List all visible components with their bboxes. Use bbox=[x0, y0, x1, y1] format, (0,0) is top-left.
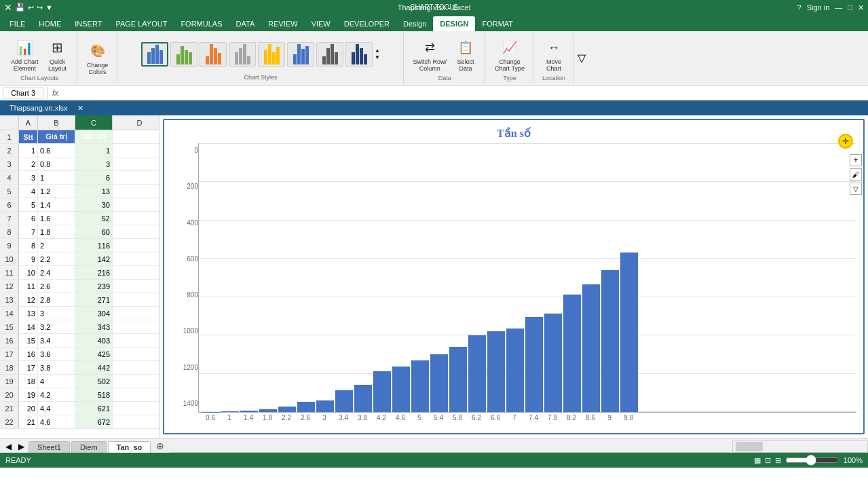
chart-bar[interactable] bbox=[468, 335, 486, 412]
sign-in-label[interactable]: Sign in bbox=[807, 3, 830, 12]
chart-bar[interactable] bbox=[240, 411, 258, 412]
y-label-200: 200 bbox=[171, 183, 198, 190]
chart-resize-handle[interactable]: ✛ bbox=[838, 134, 853, 149]
chart-style-8[interactable] bbox=[345, 42, 373, 67]
tab-view[interactable]: VIEW bbox=[305, 16, 337, 31]
sheet-tab-tan-so[interactable]: Tan_so bbox=[108, 441, 151, 453]
tab-review[interactable]: REVIEW bbox=[261, 16, 304, 31]
ribbon-expand-button[interactable]: ▽ bbox=[575, 33, 588, 83]
change-colors-button[interactable]: 🎨 ChangeColors bbox=[84, 39, 111, 77]
cell-1d[interactable] bbox=[113, 130, 159, 144]
chart-style-4[interactable] bbox=[229, 42, 256, 67]
tab-design[interactable]: DESIGN bbox=[433, 16, 475, 31]
formula-input[interactable] bbox=[61, 89, 865, 97]
chart-bar[interactable] bbox=[525, 317, 543, 412]
header-stt[interactable]: Stt bbox=[19, 130, 38, 144]
tab-design-lower[interactable]: Design bbox=[396, 16, 433, 31]
normal-view-icon[interactable]: ▦ bbox=[754, 456, 761, 465]
tab-formulas[interactable]: FORMULAS bbox=[174, 16, 229, 31]
cell-2d[interactable] bbox=[113, 144, 159, 157]
tab-file[interactable]: FILE bbox=[3, 16, 32, 31]
chart-style-6[interactable] bbox=[287, 42, 314, 67]
chart-bar[interactable] bbox=[582, 284, 600, 412]
workbook-tab[interactable]: Thapsang.vn.xlsx bbox=[5, 102, 72, 113]
chart-elements-button[interactable]: + bbox=[850, 154, 862, 166]
chart-bar[interactable] bbox=[392, 367, 410, 412]
quick-access-save[interactable]: 💾 bbox=[15, 3, 25, 12]
maximize-button[interactable]: □ bbox=[848, 3, 852, 12]
tab-page-layout[interactable]: PAGE LAYOUT bbox=[109, 16, 174, 31]
close-button[interactable]: ✕ bbox=[858, 3, 864, 12]
chart-style-7[interactable] bbox=[316, 42, 343, 67]
chart-style-1[interactable] bbox=[141, 42, 168, 67]
ribbon-group-data: ⇄ Switch Row/Column 📋 SelectData Data bbox=[405, 33, 486, 83]
move-chart-button[interactable]: ↔ MoveChart bbox=[540, 35, 567, 73]
help-icon[interactable]: ? bbox=[797, 3, 801, 12]
tab-developer[interactable]: DEVELOPER bbox=[337, 16, 396, 31]
chart-bar[interactable] bbox=[297, 402, 315, 412]
chart-bar[interactable] bbox=[335, 390, 353, 412]
chart-style-3[interactable] bbox=[200, 42, 227, 67]
add-sheet-button[interactable]: ⊕ bbox=[152, 439, 168, 453]
chart-area[interactable]: Tần số ✛ + 🖌 ▽ 1400 1200 1000 800 600 40… bbox=[163, 119, 865, 434]
chart-bar[interactable] bbox=[411, 360, 429, 412]
col-header-d[interactable]: D bbox=[113, 115, 159, 130]
scroll-right-tab[interactable]: ▶ bbox=[16, 440, 27, 453]
chart-bar[interactable] bbox=[430, 354, 448, 412]
quick-access-more[interactable]: ▼ bbox=[45, 3, 53, 12]
tab-home[interactable]: HOME bbox=[32, 16, 68, 31]
chart-style-2[interactable] bbox=[170, 42, 197, 67]
col-header-a[interactable]: A bbox=[19, 115, 38, 130]
name-box[interactable] bbox=[3, 88, 43, 98]
tab-data[interactable]: DATA bbox=[229, 16, 262, 31]
select-data-button[interactable]: 📋 SelectData bbox=[452, 35, 479, 73]
cell-2b[interactable]: 0.6 bbox=[38, 144, 75, 157]
chart-bar[interactable] bbox=[620, 252, 638, 412]
chart-styles-button[interactable]: 🖌 bbox=[850, 168, 862, 181]
quick-layout-button[interactable]: ⊞ QuickLayout bbox=[44, 35, 71, 73]
zoom-slider[interactable] bbox=[785, 455, 839, 466]
chart-styles-scroll[interactable]: ▲ ▼ bbox=[375, 48, 380, 60]
quick-access-redo[interactable]: ↪ bbox=[37, 3, 43, 12]
header-gia-tri[interactable]: Giá trị bbox=[38, 130, 75, 144]
title-right-icons: ? Sign in — □ ✕ bbox=[797, 3, 864, 12]
chart-bar[interactable] bbox=[259, 409, 277, 412]
quick-access-undo[interactable]: ↩ bbox=[28, 3, 34, 12]
sheet-tab-sheet1[interactable]: Sheet1 bbox=[29, 441, 70, 453]
y-label-0: 0 bbox=[171, 147, 198, 154]
page-break-icon[interactable]: ⊞ bbox=[775, 456, 781, 465]
chart-bar[interactable] bbox=[449, 347, 467, 412]
col-header-c[interactable]: C bbox=[75, 115, 113, 130]
col-header-b[interactable]: B bbox=[38, 115, 75, 130]
tab-insert[interactable]: INSERT bbox=[68, 16, 109, 31]
x-axis-label: 2.2 bbox=[278, 414, 295, 426]
chart-bar[interactable] bbox=[278, 407, 296, 412]
chart-filters-button[interactable]: ▽ bbox=[850, 183, 862, 195]
x-axis-label: 3 bbox=[316, 414, 333, 426]
horizontal-scrollbar[interactable] bbox=[732, 440, 868, 453]
cell-2a[interactable]: 1 bbox=[19, 144, 38, 157]
chart-bar[interactable] bbox=[316, 400, 334, 412]
chart-bar[interactable] bbox=[506, 329, 524, 412]
chart-style-5[interactable] bbox=[258, 42, 285, 67]
add-chart-element-button[interactable]: 📊 Add ChartElement bbox=[8, 35, 41, 73]
change-chart-type-button[interactable]: 📈 ChangeChart Type bbox=[492, 35, 527, 73]
tab-format[interactable]: FORMAT bbox=[475, 16, 520, 31]
minimize-button[interactable]: — bbox=[835, 3, 842, 12]
chart-bar[interactable] bbox=[373, 371, 391, 412]
y-axis-labels: 1400 1200 1000 800 600 400 200 0 bbox=[171, 143, 198, 426]
scroll-left-tab[interactable]: ◀ bbox=[3, 440, 14, 453]
page-layout-icon[interactable]: ⊡ bbox=[765, 456, 771, 465]
chart-bar[interactable] bbox=[601, 270, 619, 412]
cell-2c[interactable]: 1 bbox=[75, 144, 113, 157]
chart-bar[interactable] bbox=[487, 331, 505, 412]
chart-bar[interactable] bbox=[544, 314, 562, 412]
chart-bar[interactable] bbox=[354, 385, 372, 412]
chart-bar[interactable] bbox=[221, 411, 239, 412]
sheet-tabs-bar: ◀ ▶ Sheet1 Diem Tan_so ⊕ bbox=[0, 438, 868, 453]
switch-row-column-button[interactable]: ⇄ Switch Row/Column bbox=[411, 35, 450, 73]
chart-bar[interactable] bbox=[563, 295, 581, 412]
header-tan-so[interactable]: Tần số bbox=[75, 130, 113, 144]
sheet-tab-diem[interactable]: Diem bbox=[71, 441, 107, 453]
workbook-close-icon[interactable]: ✕ bbox=[77, 104, 83, 113]
